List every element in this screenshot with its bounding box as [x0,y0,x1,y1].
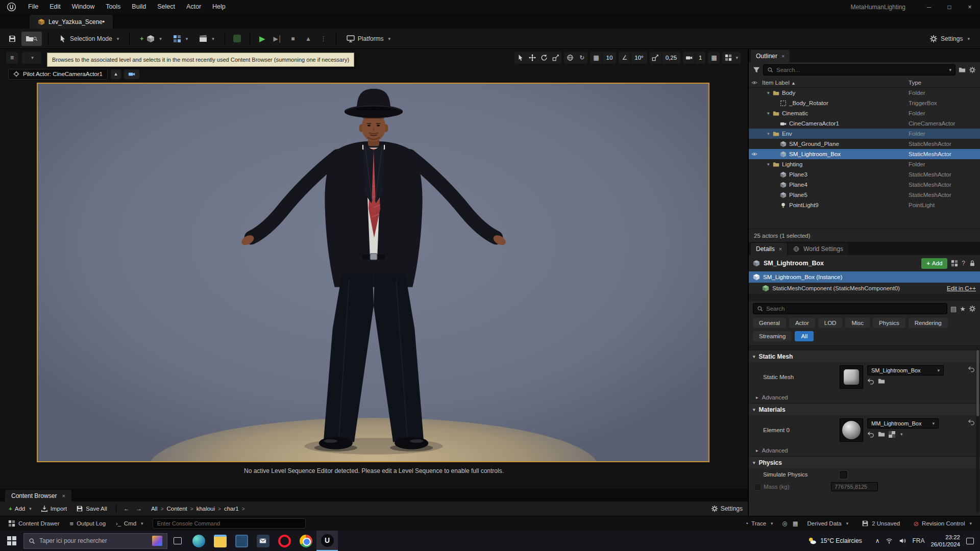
taskbar-app-photos[interactable] [231,531,252,551]
grid-snap-control[interactable]: ▦ 10 [590,52,616,64]
derived-data-dropdown[interactable]: Derived Data▾ [803,518,853,530]
platforms-dropdown[interactable]: Platforms▾ [342,32,395,46]
taskbar-app-edge[interactable] [188,531,209,551]
filter-streaming[interactable]: Streaming [753,331,792,341]
cb-add-button[interactable]: +Add▾ [5,503,35,514]
advanced-toggle[interactable]: ▸Advanced [749,445,980,456]
move-tool-button[interactable] [526,52,538,64]
menu-window[interactable]: Window [66,3,100,10]
outliner-row-Plane5[interactable]: Plane5StaticMeshActor [749,190,980,200]
menu-tools[interactable]: Tools [100,3,126,10]
section-physics[interactable]: ▾Physics [749,456,980,468]
edit-in-cpp-link[interactable]: Edit in C++ [947,285,976,291]
browse-to-asset-icon[interactable] [878,431,885,438]
help-icon[interactable]: ? [962,260,965,267]
menu-actor[interactable]: Actor [181,3,207,10]
expand-chevron-icon[interactable]: ▾ [767,162,773,167]
close-icon[interactable]: × [62,493,65,499]
reset-property-icon[interactable] [968,365,975,372]
console-command-input[interactable] [157,520,301,527]
menu-help[interactable]: Help [207,3,231,10]
breadcrumb-char1[interactable]: char1 [223,506,240,512]
instance-row[interactable]: SM_Lightroom_Box (Instance) [749,271,980,283]
material-dropdown[interactable]: MM_Lightroom_Box▾ [867,418,939,429]
lock-icon[interactable] [969,260,976,267]
visibility-eye-icon[interactable] [749,151,760,157]
blueprints-button[interactable]: ▾ [169,32,192,46]
console-command-box[interactable] [153,518,306,529]
grid-snap-value[interactable]: 10 [602,52,616,64]
pilot-camera-view-toggle[interactable] [124,69,139,79]
advanced-toggle[interactable]: ▸Advanced [749,392,980,403]
use-selected-icon[interactable] [867,431,874,438]
expand-chevron-icon[interactable]: ▾ [767,111,773,116]
filter-general[interactable]: General [753,318,786,328]
unreal-logo-icon[interactable] [0,2,22,12]
stop-piloting-button[interactable]: ▲ [111,69,121,79]
filter-funnel-icon[interactable] [753,66,760,73]
details-scrollbar[interactable] [976,349,979,513]
column-view-icon[interactable]: ▤ [950,305,957,313]
taskbar-app-chrome[interactable] [295,531,316,551]
outliner-row-Plane4[interactable]: Plane4StaticMeshActor [749,180,980,190]
expand-chevron-icon[interactable]: ▾ [767,90,773,95]
browse-to-content-button[interactable] [21,32,42,46]
content-browser-tab[interactable]: Content Browser × [5,490,71,502]
taskbar-app-unreal[interactable]: U [316,531,338,551]
surface-snap-button[interactable]: ▦ [708,52,720,64]
outliner-row-SM_Lightroom_Box[interactable]: SM_Lightroom_BoxStaticMeshActor [749,149,980,159]
save-button[interactable] [6,33,18,45]
cb-back-button[interactable]: ← [121,503,132,515]
item-label-column[interactable]: Item Label ▲ [760,80,909,86]
taskbar-app-opera[interactable] [274,531,295,551]
outliner-tab[interactable]: Outliner × [751,50,790,62]
material-thumbnail[interactable] [840,418,863,442]
select-tool-button[interactable] [514,52,526,64]
play-button[interactable]: ▶ [256,33,268,45]
scale-snap-value[interactable]: 0,25 [662,52,680,64]
filter-rendering[interactable]: Rendering [909,318,948,328]
cb-save-all-button[interactable]: Save All [72,503,111,514]
clock[interactable]: 23:22 26/01/2024 [930,534,960,548]
selection-mode-dropdown[interactable]: Selection Mode▾ [55,32,123,46]
cb-settings-label[interactable]: Settings [721,505,743,512]
viewport-menu-button[interactable]: ≡ [6,52,18,64]
minimize-button[interactable]: ─ [919,0,939,14]
add-actor-button[interactable]: +▾ [136,32,166,46]
close-icon[interactable]: × [779,246,782,252]
outliner-row-Env[interactable]: ▾EnvFolder [749,129,980,139]
outliner-settings-icon[interactable] [969,66,976,73]
breadcrumb-khaloui[interactable]: khaloui [195,506,216,512]
outliner-row-PointLight9[interactable]: PointLight9PointLight [749,200,980,210]
visibility-column-icon[interactable] [749,80,760,86]
menu-edit[interactable]: Edit [44,3,66,10]
taskbar-app-explorer[interactable] [209,531,231,551]
build-button[interactable] [231,33,243,45]
filter-misc[interactable]: Misc [845,318,870,328]
rotate-tool-button[interactable] [538,52,550,64]
outliner-search[interactable]: ▾ [763,64,955,76]
output-log-button[interactable]: ≡Output Log [66,518,110,530]
world-settings-tab[interactable]: World Settings [788,243,848,255]
camera-speed-value[interactable]: 1 [695,52,705,64]
angle-snap-icon[interactable]: ∠ [619,52,630,64]
start-button[interactable] [0,531,23,551]
perspective-dropdown[interactable]: ▾ [22,52,41,64]
outliner-row-Cinematic[interactable]: ▾CinematicFolder [749,108,980,118]
static-mesh-thumbnail[interactable] [840,365,863,389]
favorites-icon[interactable]: ★ [960,305,966,313]
breadcrumb-content[interactable]: Content [166,506,188,512]
gear-icon[interactable] [711,505,718,512]
launch-button[interactable]: ▲ [302,33,314,45]
cmd-dropdown[interactable]: ›_Cmd▾ [112,518,148,530]
new-folder-icon[interactable] [959,66,966,73]
taskbar-search-input[interactable] [39,537,148,544]
camera-speed-control[interactable]: 1 [683,52,705,64]
wifi-icon[interactable] [886,537,893,544]
outliner-row-SM_Ground_Plane[interactable]: SM_Ground_PlaneStaticMeshActor [749,139,980,149]
cb-import-button[interactable]: Import [37,503,71,514]
revision-control-button[interactable]: ⊘Revision Control▾ [909,518,976,530]
scale-snap-control[interactable]: 0,25 [650,52,680,64]
settings-dropdown[interactable]: Settings▾ [925,32,974,46]
frame-skip-button[interactable]: ▶│ [272,33,284,45]
